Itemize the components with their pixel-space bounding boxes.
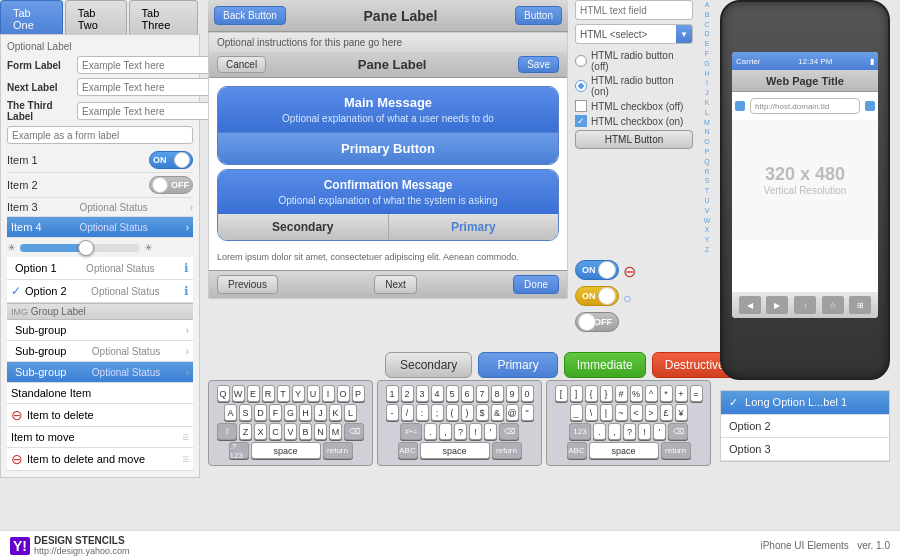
form-input-full[interactable] [7,126,193,144]
key-space2[interactable]: space [420,442,490,459]
key-d[interactable]: D [254,404,267,421]
key-f[interactable]: F [269,404,282,421]
sub-group-2[interactable]: Sub-group Optional Status › [7,341,193,362]
key-n[interactable]: N [314,423,327,440]
key-percent[interactable]: % [630,385,643,402]
key-u[interactable]: U [307,385,320,402]
key-amp[interactable]: & [491,404,504,421]
slider-track[interactable] [20,244,140,252]
key-apos3[interactable]: ' [653,423,666,440]
key-brace-open[interactable]: { [585,385,598,402]
key-brace-close[interactable]: } [600,385,613,402]
key-9[interactable]: 9 [506,385,519,402]
iphone-bookmark-icon[interactable]: ☆ [822,296,844,314]
next-button[interactable]: Next [374,275,417,294]
key-question[interactable]: ? [454,423,467,440]
key-slash[interactable]: / [401,404,414,421]
key-e[interactable]: E [247,385,260,402]
save-button[interactable]: Save [518,56,559,73]
cancel-button[interactable]: Cancel [217,56,266,73]
toggle-on-yellow[interactable]: ON [575,286,619,306]
key-t[interactable]: T [277,385,290,402]
key-s[interactable]: S [239,404,252,421]
key-1[interactable]: 1 [386,385,399,402]
key-dollar[interactable]: $ [476,404,489,421]
html-text-field[interactable] [575,0,693,20]
key-pipe[interactable]: | [600,404,613,421]
key-r[interactable]: R [262,385,275,402]
pane-button[interactable]: Button [515,6,562,25]
form-input-1[interactable] [77,56,214,74]
secondary-confirm-button[interactable]: Secondary [218,214,389,240]
key-k[interactable]: K [329,404,342,421]
key-period[interactable]: . [424,423,437,440]
key-at[interactable]: @ [506,404,519,421]
key-abc3[interactable]: ABC [567,442,587,459]
tab-two[interactable]: Tab Two [65,0,127,37]
key-123[interactable]: 123 [569,423,591,440]
primary-confirm-button[interactable]: Primary [389,214,559,240]
html-select[interactable]: HTML <select> ▼ [575,24,693,44]
key-bracket-close[interactable]: ] [570,385,583,402]
key-open-paren[interactable]: ( [446,404,459,421]
radio-off-icon[interactable] [575,55,587,67]
key-z[interactable]: Z [239,423,252,440]
right-list-item-2[interactable]: Option 2 [721,415,889,438]
checkbox-on-icon[interactable]: ✓ [575,115,587,127]
key-pound[interactable]: £ [660,404,673,421]
key-minus[interactable]: - [386,404,399,421]
form-input-2[interactable] [77,78,214,96]
key-comma[interactable]: , [439,423,452,440]
key-8[interactable]: 8 [491,385,504,402]
key-p[interactable]: P [352,385,365,402]
key-b[interactable]: B [299,423,312,440]
key-question3[interactable]: ? [623,423,636,440]
key-apos[interactable]: ' [484,423,497,440]
option-item-2[interactable]: ✓ Option 2 Optional Status ℹ [7,280,193,303]
key-return[interactable]: return [323,442,353,459]
key-return2[interactable]: return [492,442,522,459]
key-2[interactable]: 2 [401,385,414,402]
key-numsym[interactable]: .?123 [229,442,249,459]
key-caret[interactable]: ^ [645,385,658,402]
key-return3[interactable]: return [661,442,691,459]
key-backspace2[interactable]: ⌫ [499,423,519,440]
key-abc[interactable]: ABC [398,442,418,459]
right-list-item-3[interactable]: Option 3 [721,438,889,461]
key-quote[interactable]: " [521,404,534,421]
key-g[interactable]: G [284,404,297,421]
iphone-tabs-icon[interactable]: ⊞ [849,296,871,314]
key-5[interactable]: 5 [446,385,459,402]
toggle-on-1[interactable]: ON [149,151,193,169]
key-equals[interactable]: = [690,385,703,402]
toggle-off-2[interactable]: OFF [149,176,193,194]
move-handle-icon-2[interactable]: ≡ [182,452,189,466]
delete-icon-2[interactable]: ⊖ [11,451,23,467]
key-x[interactable]: X [254,423,267,440]
back-button[interactable]: Back Button [214,6,286,25]
primary-bottom-button[interactable]: Primary [478,352,557,378]
key-yen[interactable]: ¥ [675,404,688,421]
key-backspace3[interactable]: ⌫ [668,423,688,440]
primary-button[interactable]: Primary Button [218,132,558,164]
key-comma3[interactable]: , [608,423,621,440]
list-item-4[interactable]: Item 4 Optional Status › [7,217,193,238]
sub-group-3[interactable]: Sub-group Optional Status › [7,362,193,383]
key-colon[interactable]: : [416,404,429,421]
key-h[interactable]: H [299,404,312,421]
sub-group-1[interactable]: Sub-group › [7,320,193,341]
iphone-forward-nav[interactable]: ▶ [766,296,788,314]
right-list-item-1[interactable]: ✓ Long Option L...bel 1 [721,391,889,415]
toggle-on-blue[interactable]: ON [575,260,619,280]
key-underscore[interactable]: _ [570,404,583,421]
secondary-button[interactable]: Secondary [385,352,472,378]
key-0[interactable]: 0 [521,385,534,402]
iphone-url-bar[interactable]: http://host.domain.tld [750,98,860,114]
key-exclaim[interactable]: ! [469,423,482,440]
iphone-share-icon[interactable]: ↑ [794,296,816,314]
tab-three[interactable]: Tab Three [129,0,198,37]
key-y[interactable]: Y [292,385,305,402]
key-backspace[interactable]: ⌫ [344,423,364,440]
standalone-item[interactable]: Standalone Item [7,383,193,404]
key-i[interactable]: I [322,385,335,402]
